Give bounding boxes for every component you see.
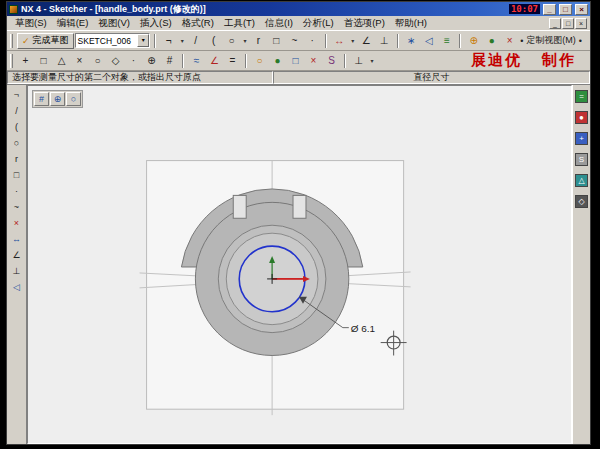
snap-point-icon[interactable]: + <box>17 53 34 69</box>
toolbar-separator <box>154 34 156 48</box>
sketch-style-icon[interactable]: S <box>323 53 340 69</box>
mdi-restore-button[interactable]: □ <box>562 18 574 29</box>
snap-endpoint-icon[interactable]: □ <box>35 53 52 69</box>
side-tool-icon-4[interactable]: S <box>575 153 588 166</box>
palette-point-icon[interactable]: · <box>9 183 25 198</box>
snap-grid-icon[interactable]: # <box>161 53 178 69</box>
side-tool-icon-2[interactable]: ● <box>575 111 588 124</box>
menu-information[interactable]: 信息(I) <box>260 16 298 31</box>
toolbar-separator <box>325 34 327 48</box>
show-all-constraints-icon[interactable]: □ <box>287 53 304 69</box>
main-area: ¬ / ( ○ r □ · ~ × ↔ ∠ ⊥ ◁ # ⊕ ○ <box>7 85 590 444</box>
palette-angle-icon[interactable]: ∠ <box>9 247 25 262</box>
auto-constrain-icon[interactable]: ● <box>269 53 286 69</box>
fillet-icon[interactable]: r <box>250 33 267 49</box>
profile-dropdown-icon[interactable]: ▾ <box>178 33 186 49</box>
pattern-curve-icon[interactable]: ∗ <box>403 33 420 49</box>
combo-dropdown-icon[interactable]: ▾ <box>137 34 149 47</box>
snap-intersection-icon[interactable]: × <box>71 53 88 69</box>
delete-constraint-icon[interactable]: × <box>501 33 518 49</box>
diameter-dimension-label[interactable]: Ø 6.1 <box>351 323 376 334</box>
angle-dimension-icon[interactable]: ∠ <box>358 33 375 49</box>
side-tool-icon-3[interactable]: + <box>575 132 588 145</box>
palette-perpendicular-icon[interactable]: ⊥ <box>9 263 25 278</box>
palette-spline-icon[interactable]: ~ <box>9 199 25 214</box>
snap-midpoint-icon[interactable]: △ <box>53 53 70 69</box>
close-button[interactable]: × <box>575 4 588 15</box>
spline-icon[interactable]: ~ <box>286 33 303 49</box>
menu-edit[interactable]: 编辑(E) <box>52 16 94 31</box>
mirror-curve-icon[interactable]: ◁ <box>420 33 437 49</box>
line-icon[interactable]: / <box>187 33 204 49</box>
menu-insert[interactable]: 插入(S) <box>135 16 177 31</box>
window-title: NX 4 - Sketcher - [handle_body.prt (修改的)… <box>21 3 506 16</box>
watermark-credit: 展迪优 制作 <box>471 51 576 70</box>
display-point-icon[interactable]: ● <box>483 33 500 49</box>
sketch-view-mini-toolbar: # ⊕ ○ <box>32 90 83 108</box>
side-tool-icon-1[interactable]: = <box>575 90 588 103</box>
inferred-dimension-icon[interactable]: ↔ <box>331 33 348 49</box>
arc-icon[interactable]: ( <box>205 33 222 49</box>
snap-center-icon[interactable]: ○ <box>89 53 106 69</box>
side-tool-icon-6[interactable]: ◇ <box>575 195 588 208</box>
finish-sketch-button[interactable]: ✓ 完成草图 <box>17 33 74 49</box>
palette-line-icon[interactable]: / <box>9 103 25 118</box>
circle-icon[interactable]: ○ <box>223 33 240 49</box>
palette-rectangle-icon[interactable]: □ <box>9 167 25 182</box>
maximize-button[interactable]: □ <box>559 4 572 15</box>
dimension-dropdown-icon[interactable]: ▾ <box>349 33 357 49</box>
menu-format[interactable]: 格式(R) <box>177 16 219 31</box>
equal-constraint-icon[interactable]: = <box>224 53 241 69</box>
orient-to-sketch-icon[interactable]: ⊕ <box>50 92 65 106</box>
toolbar-separator <box>459 34 461 48</box>
app-icon <box>9 5 18 14</box>
palette-profile-icon[interactable]: ¬ <box>9 87 25 102</box>
palette-arc-icon[interactable]: ( <box>9 119 25 134</box>
update-display-icon[interactable]: ○ <box>66 92 81 106</box>
point-icon[interactable]: · <box>304 33 321 49</box>
side-tool-icon-5[interactable]: △ <box>575 174 588 187</box>
sketch-name-combobox[interactable]: SKETCH_006 ▾ <box>75 33 151 48</box>
clock-display: 10:07 <box>509 4 540 14</box>
perpendicular-constraint-icon[interactable]: ⊥ <box>350 53 367 69</box>
custom-view-control[interactable]: • 定制视图(M) • <box>520 34 582 47</box>
sketch-grid-icon[interactable]: # <box>34 92 49 106</box>
palette-fillet-icon[interactable]: r <box>9 151 25 166</box>
flange-notch-right[interactable] <box>293 195 306 218</box>
menu-sketch[interactable]: 草图(S) <box>10 16 52 31</box>
application-window: NX 4 - Sketcher - [handle_body.prt (修改的)… <box>6 1 591 445</box>
menu-preferences[interactable]: 首选项(P) <box>339 16 390 31</box>
menu-tools[interactable]: 工具(T) <box>219 16 260 31</box>
snap-target-icon[interactable]: ⊕ <box>465 33 482 49</box>
menu-analysis[interactable]: 分析(L) <box>298 16 339 31</box>
toolbar-grip[interactable] <box>10 34 13 48</box>
offset-curve-icon[interactable]: ≡ <box>438 33 455 49</box>
toolbar-grip[interactable] <box>10 54 13 68</box>
title-bar[interactable]: NX 4 - Sketcher - [handle_body.prt (修改的)… <box>7 2 590 16</box>
palette-circle-icon[interactable]: ○ <box>9 135 25 150</box>
profile-icon[interactable]: ¬ <box>160 33 177 49</box>
show-constraints-icon[interactable]: ○ <box>251 53 268 69</box>
snap-quadrant-icon[interactable]: ◇ <box>107 53 124 69</box>
palette-mirror-icon[interactable]: ◁ <box>9 279 25 294</box>
flange-notch-left[interactable] <box>233 195 246 218</box>
palette-quick-trim-icon[interactable]: × <box>9 215 25 230</box>
minimize-button[interactable]: _ <box>543 4 556 15</box>
constraint-dropdown-icon[interactable]: ▾ <box>368 53 376 69</box>
studio-spline-icon[interactable]: ≈ <box>188 53 205 69</box>
left-tool-palette: ¬ / ( ○ r □ · ~ × ↔ ∠ ⊥ ◁ <box>7 85 27 444</box>
rectangle-icon[interactable]: □ <box>268 33 285 49</box>
menu-help[interactable]: 帮助(H) <box>390 16 432 31</box>
angle-tool-icon[interactable]: ∠ <box>206 53 223 69</box>
palette-dimension-icon[interactable]: ↔ <box>9 231 25 246</box>
mdi-close-button[interactable]: × <box>575 18 587 29</box>
snap-existing-point-icon[interactable]: · <box>125 53 142 69</box>
mdi-minimize-button[interactable]: _ <box>549 18 561 29</box>
dialog-mode-title: 直径尺寸 <box>273 71 590 84</box>
graphics-window[interactable]: # ⊕ ○ <box>27 85 572 444</box>
snap-on-curve-icon[interactable]: ⊕ <box>143 53 160 69</box>
circle-dropdown-icon[interactable]: ▾ <box>241 33 249 49</box>
constraints-icon[interactable]: ⊥ <box>376 33 393 49</box>
menu-view[interactable]: 视图(V) <box>93 16 135 31</box>
no-snap-icon[interactable]: × <box>305 53 322 69</box>
